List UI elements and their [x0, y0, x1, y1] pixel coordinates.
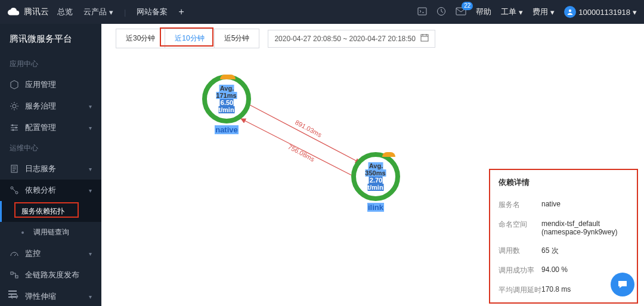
bullet-icon — [21, 231, 24, 234]
flow-icon — [10, 270, 19, 280]
topology-node-ilink[interactable]: Avg. 350ms 2.70 t/min ilink — [351, 152, 400, 201]
chevron-down-icon: ▾ — [109, 8, 113, 17]
tab-30min[interactable]: 近30分钟 — [116, 29, 165, 48]
time-range-tabs: 近30分钟 近10分钟 近5分钟 — [116, 29, 259, 48]
chevron-down-icon: ▾ — [519, 8, 523, 17]
sidebar: 腾讯微服务平台 应用中心 应用管理 服务治理▾ 配置管理▾ 运维中心 日志服务▾… — [0, 24, 101, 306]
nav-beian[interactable]: 网站备案 — [137, 7, 168, 17]
collapse-icon[interactable] — [8, 290, 19, 300]
mail-icon[interactable]: 22 — [456, 7, 466, 18]
sidebar-item-log-service[interactable]: 日志服务▾ — [0, 158, 101, 180]
nav-cloud-products[interactable]: 云产品▾ — [83, 7, 113, 17]
top-nav: 总览 云产品▾ | 网站备案 + — [57, 7, 184, 17]
chat-icon — [617, 279, 628, 290]
top-bar: 腾讯云 总览 云产品▾ | 网站备案 + 22 帮助 工单▾ 费用▾ 10000… — [0, 0, 644, 24]
chevron-down-icon: ▾ — [633, 8, 637, 17]
add-tab-button[interactable]: + — [178, 7, 184, 17]
cost-link[interactable]: 费用▾ — [532, 7, 555, 17]
avatar-icon — [564, 6, 576, 18]
panel-key-success: 调用成功率 — [499, 265, 541, 276]
sidebar-sub-dep-topology[interactable]: 服务依赖拓扑 — [0, 201, 101, 222]
sidebar-item-service-govern[interactable]: 服务治理▾ — [0, 95, 101, 117]
svg-point-9 — [11, 187, 13, 189]
sidebar-title: 腾讯微服务平台 — [0, 24, 101, 54]
ticket-link[interactable]: 工单▾ — [501, 7, 523, 17]
svg-point-4 — [13, 104, 16, 108]
clock-icon[interactable] — [436, 7, 446, 18]
shell-icon[interactable] — [417, 7, 427, 18]
chevron-down-icon: ▾ — [89, 293, 92, 300]
sidebar-item-app-manage[interactable]: 应用管理 — [0, 74, 101, 95]
user-menu[interactable]: 100001131918▾ — [564, 6, 637, 18]
chat-fab[interactable] — [611, 273, 634, 296]
panel-key-calls: 调用数 — [499, 246, 541, 256]
cube-icon — [10, 80, 19, 89]
sidebar-item-config-manage[interactable]: 配置管理▾ — [0, 117, 101, 138]
graph-icon — [10, 186, 19, 195]
sidebar-item-dep-analysis[interactable]: 依赖分析▾ — [0, 180, 101, 201]
chevron-down-icon: ▾ — [89, 103, 92, 110]
panel-value-calls: 65 次 — [541, 246, 628, 256]
svg-rect-0 — [418, 8, 426, 15]
edge-label-out: 891.03ms — [294, 119, 323, 138]
calendar-icon — [420, 33, 429, 44]
topology-node-native[interactable]: Avg. 171ms 6.50 t/min native — [202, 75, 251, 123]
chevron-down-icon: ▾ — [550, 8, 555, 17]
date-range-picker[interactable]: 2020-04-27 20:08:50 ~ 2020-04-27 20:18:5… — [268, 30, 435, 48]
doc-icon — [10, 164, 19, 174]
panel-value-service: native — [541, 200, 628, 210]
panel-key-latency: 平均调用延时 — [499, 285, 541, 295]
main-content: 近30分钟 近10分钟 近5分钟 2020-04-27 20:08:50 ~ 2… — [101, 24, 644, 306]
sidebar-item-monitor[interactable]: 监控▾ — [0, 243, 101, 264]
svg-point-7 — [13, 129, 14, 131]
svg-point-5 — [12, 125, 14, 126]
tab-10min[interactable]: 近10分钟 — [165, 29, 214, 48]
svg-point-3 — [569, 10, 571, 12]
panel-title: 依赖详情 — [499, 177, 628, 188]
panel-key-service: 服务名 — [499, 200, 541, 210]
chevron-down-icon: ▾ — [89, 166, 92, 172]
sidebar-group-ops: 运维中心 — [0, 138, 101, 158]
mail-badge: 22 — [462, 2, 473, 10]
sidebar-sub-trace-query[interactable]: 调用链查询 — [0, 222, 101, 243]
nav-overview[interactable]: 总览 — [57, 7, 73, 17]
brand-text: 腾讯云 — [24, 7, 49, 17]
svg-point-10 — [16, 191, 18, 194]
tab-5min[interactable]: 近5分钟 — [215, 29, 259, 48]
chevron-down-icon: ▾ — [89, 251, 92, 257]
brand[interactable]: 腾讯云 — [7, 5, 49, 18]
panel-key-namespace: 命名空间 — [499, 220, 541, 236]
sidebar-item-gray-release[interactable]: 全链路灰度发布 — [0, 264, 101, 286]
cloud-icon — [7, 5, 20, 18]
top-right: 22 帮助 工单▾ 费用▾ 100001131918▾ — [417, 6, 637, 18]
chevron-down-icon: ▾ — [89, 187, 92, 194]
sliders-icon — [10, 123, 19, 132]
svg-rect-11 — [11, 272, 13, 274]
gear-icon — [10, 101, 19, 111]
svg-point-6 — [16, 127, 17, 129]
dashboard-icon — [10, 249, 19, 258]
edge-label-in: 756.08ms — [287, 143, 315, 163]
chevron-down-icon: ▾ — [89, 125, 92, 131]
svg-rect-13 — [421, 35, 428, 41]
svg-rect-12 — [16, 276, 18, 278]
panel-value-namespace: mendix-tsf_default (namespace-9ynk9wey) — [541, 220, 628, 236]
help-link[interactable]: 帮助 — [476, 7, 491, 17]
sidebar-group-app: 应用中心 — [0, 54, 101, 74]
